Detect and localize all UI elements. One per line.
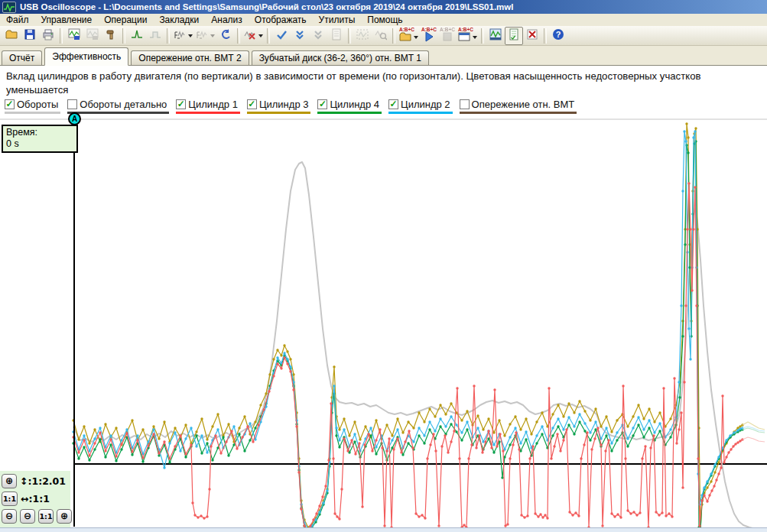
open-file-button[interactable]: [2, 27, 21, 45]
script-run-icon: [423, 31, 435, 45]
confirm-all-icon: [294, 28, 306, 43]
undo-button[interactable]: [216, 27, 235, 45]
checked-checkbox-icon[interactable]: ✓: [388, 99, 398, 109]
chart-description: Вклад цилиндров в работу двигателя (по в…: [6, 70, 749, 97]
toolbar-separator: [267, 28, 270, 44]
toolbar-separator: [348, 28, 351, 44]
save-icon: [24, 28, 36, 43]
cursor-time-label: Время:: [6, 127, 73, 138]
tab-2[interactable]: Эффективность: [44, 47, 128, 66]
menu-item-6[interactable]: Отображать: [249, 14, 313, 26]
series-checkbox-label: Цилиндр 4: [330, 99, 379, 110]
print-button[interactable]: [39, 27, 57, 45]
series-checkbox-4[interactable]: ✓Цилиндр 3: [247, 99, 311, 114]
series-checkbox-3[interactable]: ✓Цилиндр 1: [176, 99, 240, 114]
zoom-row-1: ⊕↕:1:2.01: [2, 473, 70, 488]
series-checkbox-label: Цилиндр 1: [188, 99, 238, 110]
toolbar: A:B+CA:B+CA:B+CA:B+C?: [0, 26, 767, 46]
impulse-view-button[interactable]: [128, 27, 146, 45]
menu-item-4[interactable]: Закладки: [153, 14, 205, 26]
save-button[interactable]: [21, 27, 39, 45]
wave-prev-button[interactable]: [172, 27, 194, 45]
toolbar-separator: [392, 28, 395, 44]
v-zoom-in-button[interactable]: ⊕: [2, 474, 17, 488]
toolbar-separator: [122, 28, 125, 44]
h-reset-button[interactable]: 1:1: [38, 509, 54, 524]
dropdown-arrow-icon[interactable]: [473, 36, 477, 39]
help-button[interactable]: ?: [549, 27, 567, 45]
view-report-button[interactable]: [505, 27, 523, 45]
menu-item-7[interactable]: Утилиты: [313, 14, 362, 26]
script-stop-caption: A:B+C: [440, 27, 455, 32]
confirm-next-button: [309, 27, 327, 45]
chart-export-icon: [68, 28, 80, 43]
h-zoom-out-button[interactable]: ⊖: [20, 509, 35, 524]
script-stop-icon: [441, 31, 453, 45]
toolbar-separator: [237, 28, 240, 44]
chart-plot-area[interactable]: [73, 119, 767, 527]
confirm-all-button[interactable]: [291, 27, 309, 45]
v-zoom-out-button[interactable]: ⊖: [2, 509, 17, 524]
help-icon: ?: [552, 28, 564, 43]
checked-checkbox-icon[interactable]: ✓: [176, 99, 186, 109]
dropdown-arrow-icon[interactable]: [188, 34, 193, 37]
checked-checkbox-icon[interactable]: ✓: [247, 99, 257, 109]
zoom-row-3: ⊖⊖1:1⊕: [2, 508, 70, 524]
checked-checkbox-icon[interactable]: ✓: [5, 99, 15, 109]
script-run-button[interactable]: A:B+C: [420, 27, 438, 45]
select-region-icon: [356, 28, 369, 43]
unchecked-checkbox-icon[interactable]: [460, 99, 470, 109]
zoom-row-2: 1:1↔:1:1: [2, 491, 70, 506]
view-close-button[interactable]: [523, 27, 541, 45]
h-zoom-in-button[interactable]: ⊕: [57, 509, 72, 524]
menu-item-8[interactable]: Помощь: [361, 14, 408, 26]
chart-export-button[interactable]: [65, 27, 83, 45]
tab-4[interactable]: Зубчатый диск (36-2, 360°) отн. ВМТ 1: [252, 50, 429, 65]
dropdown-arrow-icon[interactable]: [258, 34, 263, 37]
select-region-button: [353, 27, 372, 45]
v-reset-button[interactable]: 1:1: [2, 491, 18, 506]
impulse-view-icon: [131, 28, 143, 43]
wave-delete-icon: [244, 28, 256, 43]
tab-3[interactable]: Опережение отн. ВМТ 2: [131, 50, 249, 65]
undo-icon: [219, 28, 232, 43]
dropdown-arrow-icon[interactable]: [414, 36, 418, 39]
unchecked-checkbox-icon[interactable]: [67, 99, 77, 109]
menu-item-3[interactable]: Операции: [98, 14, 153, 26]
series-checkbox-1[interactable]: ✓Обороты: [5, 99, 60, 114]
menu-item-1[interactable]: Файл: [0, 14, 35, 26]
tab-bar: ОтчётЭффективностьОпережение отн. ВМТ 2З…: [0, 46, 767, 66]
window-title: USB Oscilloscope - L:\Documents and Sett…: [20, 2, 513, 11]
toolbar-separator: [544, 28, 547, 44]
series-checkbox-5[interactable]: ✓Цилиндр 4: [317, 99, 382, 114]
zoom-scale-label: ↔:1:1: [21, 493, 50, 504]
toolbar-separator: [60, 28, 63, 44]
wave-prev-icon: [174, 28, 186, 43]
confirm-button[interactable]: [272, 27, 291, 45]
menu-item-5[interactable]: Анализ: [205, 14, 249, 26]
toolbar-separator: [481, 28, 484, 44]
series-checkbox-label: Цилиндр 2: [401, 99, 450, 110]
view-close-icon: [526, 28, 538, 43]
wave-delete-button[interactable]: [242, 27, 265, 45]
tools-icon: [105, 28, 117, 43]
cursor-time-box: Время: 0 s: [2, 125, 78, 153]
status-bar: [0, 527, 767, 532]
series-checkbox-7[interactable]: Опережение отн. ВМТ: [460, 99, 577, 114]
script-run-caption: A:B+C: [421, 27, 437, 32]
tools-button[interactable]: [102, 27, 120, 45]
script-open-caption: A:B+C: [399, 27, 414, 32]
dropdown-arrow-icon[interactable]: [210, 34, 215, 37]
zoom-panel: ⊕↕:1:2.011:1↔:1:1⊖⊖1:1⊕: [0, 471, 70, 527]
script-open-button[interactable]: A:B+C: [398, 27, 420, 45]
script-window-button[interactable]: A:B+C: [457, 27, 479, 45]
menu-item-2[interactable]: Управление: [35, 14, 99, 26]
checked-checkbox-icon[interactable]: ✓: [317, 99, 327, 109]
pulse-view-button: [146, 27, 164, 45]
tab-1[interactable]: Отчёт: [2, 50, 42, 65]
view-graph-button[interactable]: [486, 27, 505, 45]
series-checkbox-6[interactable]: ✓Цилиндр 2: [388, 99, 453, 114]
svg-text:?: ?: [556, 30, 561, 39]
series-checkbox-2[interactable]: Обороты детально: [67, 99, 169, 114]
cursor-a-marker[interactable]: A: [68, 112, 81, 125]
